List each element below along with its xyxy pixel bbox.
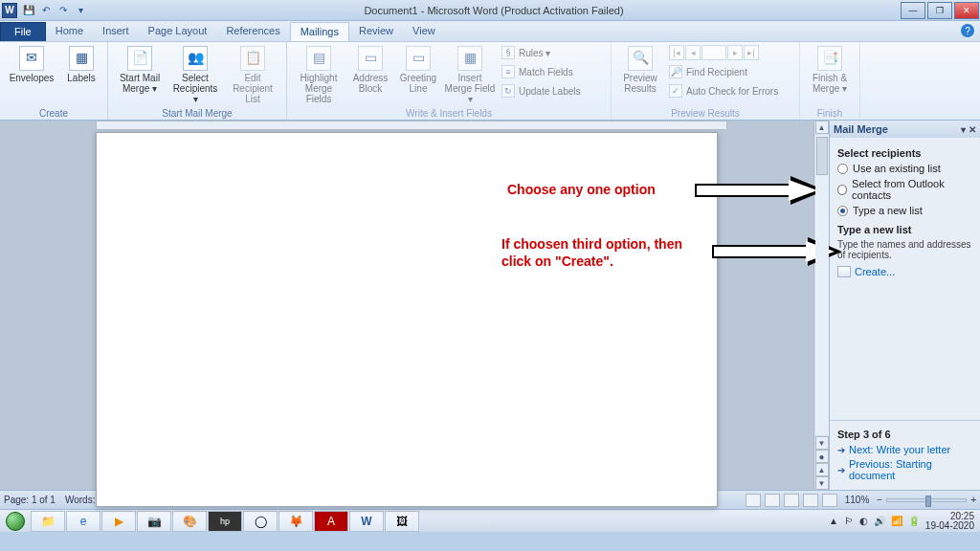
vertical-scrollbar[interactable]: ▲ ▼ ● ▲ ▼ [813, 121, 829, 490]
taskpane-close-icon[interactable]: ✕ [969, 124, 976, 135]
address-block-button[interactable]: ▭Address Block [348, 44, 392, 94]
tab-home[interactable]: Home [46, 22, 93, 41]
restore-button[interactable]: ❐ [927, 2, 952, 19]
taskbar-explorer[interactable]: 📁 [31, 511, 65, 532]
browse-object-icon[interactable]: ● [815, 450, 829, 463]
taskbar-paint[interactable]: 🎨 [172, 511, 207, 532]
insert-merge-field-button[interactable]: ▦Insert Merge Field ▾ [444, 44, 496, 104]
labels-icon: ▦ [69, 46, 94, 71]
preview-results-button[interactable]: 🔍Preview Results [617, 44, 663, 94]
qat-customize-icon[interactable]: ▾ [73, 3, 88, 18]
finish-merge-button[interactable]: 📑Finish & Merge ▾ [806, 44, 854, 94]
prev-arrow-icon: ➔ [837, 465, 845, 475]
tray-volume-icon[interactable]: 🔊 [874, 516, 885, 526]
update-labels-button[interactable]: ↻Update Labels [500, 82, 605, 99]
tray-app-icon[interactable]: ◐ [859, 516, 868, 526]
taskbar-app2[interactable]: 🖼 [385, 511, 419, 532]
auto-check-button[interactable]: ✓Auto Check for Errors [667, 82, 793, 99]
radio-outlook-contacts[interactable]: Select from Outlook contacts [837, 178, 972, 201]
zoom-level[interactable]: 110% [845, 495, 870, 505]
zoom-in-button[interactable]: + [970, 495, 976, 505]
web-layout-view-icon[interactable] [784, 494, 799, 507]
create-link[interactable]: Create... [837, 266, 972, 277]
labels-button[interactable]: ▦Labels [61, 44, 101, 83]
mail-merge-icon: 📄 [127, 46, 152, 71]
record-nav[interactable]: |◂◂▸▸| [667, 44, 793, 61]
envelopes-button[interactable]: ✉Envelopes [6, 44, 57, 83]
tab-page-layout[interactable]: Page Layout [139, 22, 217, 41]
last-record-icon[interactable]: ▸| [744, 45, 759, 60]
start-button[interactable] [0, 511, 31, 532]
scroll-up-icon[interactable]: ▲ [815, 121, 829, 134]
greeting-line-button[interactable]: ▭Greeting Line [396, 44, 440, 94]
record-number[interactable] [702, 45, 726, 60]
group-start-mail-merge: 📄Start Mail Merge ▾ 👥Select Recipients ▾… [108, 42, 287, 120]
tray-clock[interactable]: 20:25 19-04-2020 [925, 512, 974, 531]
prev-record-icon[interactable]: ◂ [685, 45, 701, 60]
select-recipients-button[interactable]: 👥Select Recipients ▾ [169, 44, 221, 104]
tray-action-center-icon[interactable]: 🏳 [844, 516, 854, 526]
scroll-down-icon[interactable]: ▼ [815, 436, 829, 450]
tab-mailings[interactable]: Mailings [290, 22, 349, 41]
redo-icon[interactable]: ↷ [56, 3, 71, 18]
close-button[interactable]: ✕ [954, 2, 979, 19]
find-recipient-button[interactable]: 🔎Find Recipient [667, 63, 793, 80]
next-page-icon[interactable]: ▼ [815, 476, 829, 490]
prev-step-link[interactable]: ➔Previous: Starting document [837, 458, 972, 481]
tray-power-icon[interactable]: 🔋 [908, 516, 920, 526]
taskpane-titlebar: Mail Merge ▾ ✕ [830, 121, 980, 138]
rules-button[interactable]: §Rules ▾ [500, 44, 605, 61]
group-create: ✉Envelopes ▦Labels Create [0, 42, 108, 120]
finish-label: Finish & Merge ▾ [806, 73, 854, 94]
draft-view-icon[interactable] [822, 494, 837, 507]
taskbar-hp[interactable]: hp [208, 511, 242, 532]
highlight-merge-button[interactable]: ▤Highlight Merge Fields [293, 44, 345, 104]
taskbar-chrome[interactable]: ◯ [243, 511, 278, 532]
tray-time: 20:25 [925, 512, 974, 521]
edit-list-icon: 📋 [240, 46, 265, 71]
taskbar-word[interactable]: W [349, 511, 384, 532]
tray-show-hidden-icon[interactable]: ▲ [829, 516, 838, 526]
taskbar-media[interactable]: ▶ [101, 511, 136, 532]
fullscreen-view-icon[interactable] [765, 494, 780, 507]
radio-existing-list[interactable]: Use an existing list [837, 163, 972, 174]
tab-insert[interactable]: Insert [93, 22, 139, 41]
envelopes-label: Envelopes [10, 73, 55, 83]
help-icon[interactable]: ? [961, 24, 974, 37]
tab-review[interactable]: Review [349, 22, 403, 41]
tab-references[interactable]: References [216, 22, 289, 41]
outline-view-icon[interactable] [803, 494, 818, 507]
taskpane-dropdown-icon[interactable]: ▾ [961, 124, 966, 135]
edit-recipient-list-button[interactable]: 📋Edit Recipient List [225, 44, 280, 104]
next-step-link[interactable]: ➔Next: Write your letter [837, 444, 972, 455]
start-mail-merge-button[interactable]: 📄Start Mail Merge ▾ [114, 44, 166, 94]
tray-network-icon[interactable]: 📶 [891, 516, 902, 526]
radio-type-new-list[interactable]: Type a new list [837, 205, 972, 216]
save-icon[interactable]: 💾 [21, 3, 36, 18]
taskbar-firefox[interactable]: 🦊 [278, 511, 313, 532]
next-record-icon[interactable]: ▸ [727, 45, 743, 60]
horizontal-ruler[interactable] [96, 121, 727, 130]
tab-view[interactable]: View [403, 22, 445, 41]
first-record-icon[interactable]: |◂ [669, 45, 684, 60]
prev-page-icon[interactable]: ▲ [815, 463, 829, 476]
print-layout-view-icon[interactable] [746, 494, 761, 507]
zoom-knob[interactable] [925, 496, 931, 507]
scroll-thumb[interactable] [816, 137, 828, 175]
page-status[interactable]: Page: 1 of 1 [4, 495, 56, 505]
undo-icon[interactable]: ↶ [38, 3, 54, 18]
tab-file[interactable]: File [0, 22, 46, 41]
zoom-slider[interactable] [886, 498, 967, 502]
svg-rect-6 [714, 247, 806, 256]
tray-date: 19-04-2020 [925, 521, 974, 531]
finish-icon: 📑 [817, 46, 842, 71]
taskbar-reader[interactable]: A [314, 511, 348, 532]
scroll-track[interactable] [815, 135, 829, 435]
zoom-out-button[interactable]: − [877, 495, 882, 505]
taskbar-app1[interactable]: 📷 [137, 511, 171, 532]
group-start-label: Start Mail Merge [114, 108, 280, 120]
match-fields-button[interactable]: ≡Match Fields [500, 63, 605, 80]
create-icon [837, 266, 851, 277]
taskbar-ie[interactable]: e [66, 511, 100, 532]
minimize-button[interactable]: — [901, 2, 925, 19]
